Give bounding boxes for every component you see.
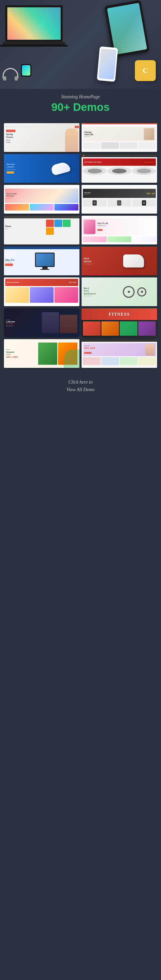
demo-16-text-block: FASHION 50% OFF BIG SALE	[84, 345, 96, 354]
demo-card-15[interactable]: Wanneer Summer SALE 30% OFF	[4, 339, 80, 368]
tablet-screen-content	[107, 3, 147, 55]
demo-2-nav	[81, 123, 157, 124]
demo-9-content: iMac Pro New arrival Shop Now	[4, 249, 80, 275]
wheel-item-3	[132, 167, 156, 175]
demo-7-nav	[4, 216, 80, 218]
demo-12-title: Buy itTry itYou'll Love it	[84, 287, 114, 295]
demo-1-title: SpringSeason	[6, 133, 43, 138]
demo-8-products	[81, 235, 157, 243]
demo-3-cta[interactable]: Shop Now	[6, 171, 14, 173]
demo-11-kids	[5, 287, 78, 303]
demo-4-banner: GET WHAT YOU NEED NEW PRODUCTS	[83, 159, 156, 166]
wheel-item-2	[107, 167, 131, 175]
demo-card-1[interactable]: Limited Offer SpringSeason End ofSeason …	[4, 123, 80, 152]
demo-3-right	[42, 154, 80, 183]
demo-mockup-9: iMac Pro New arrival Shop Now	[4, 247, 80, 275]
demo-3-left: more thana sneaker. about the product! S…	[4, 154, 42, 183]
wheel-item-1	[83, 167, 107, 175]
demo-card-6[interactable]: Watches Collection 30% off	[81, 185, 157, 214]
demo-11-title: BOGGLER KIDS	[7, 282, 19, 283]
logo-dot-4	[83, 155, 84, 156]
demo-card-9[interactable]: iMac Pro New arrival Shop Now	[4, 247, 80, 275]
demo-card-2[interactable]: #SpringFinal Sale Shop Now	[81, 123, 157, 152]
demo-8-product-image	[84, 220, 96, 234]
hero-section: Spring Season C	[0, 0, 161, 89]
man-shoe-shape	[123, 255, 144, 267]
toy-shape-3	[54, 204, 78, 210]
cosmetic-item-2	[107, 236, 131, 242]
demo-16-content: FASHION 50% OFF BIG SALE	[81, 342, 157, 366]
demo-6-watches	[83, 199, 156, 207]
demo-8-text-block: Flat 5% off You'll Love it SALE	[97, 222, 108, 231]
demo-7-left: Diamo 2017	[5, 225, 45, 229]
demo-16-products	[83, 357, 156, 365]
demo-9-subtitle: New arrival	[5, 261, 35, 262]
demo-6-title: Watches	[84, 192, 91, 194]
leaf-decoration	[64, 350, 80, 368]
fitness-item-3	[120, 321, 137, 336]
watch-item-3	[132, 199, 156, 207]
demo-5-hero: Toys for Kidsof all ages SAVE 10%	[5, 189, 78, 203]
demo-mockup-16: FASHION 50% OFF BIG SALE	[81, 339, 157, 368]
demo-mockup-14: FITNESS	[81, 308, 157, 337]
demo-6-content: Watches Collection 30% off	[81, 188, 157, 208]
demo-14-banner: FITNESS	[81, 308, 157, 320]
demo-11-discount: 30% OFF	[69, 282, 77, 283]
nav-line-2	[26, 127, 43, 127]
fitness-item-2	[101, 321, 119, 336]
demo-card-5[interactable]: Toys for Kidsof all ages SAVE 10%	[4, 185, 80, 214]
demo-card-8[interactable]: Flat 5% off You'll Love it SALE	[81, 216, 157, 245]
fashion-product-4	[138, 357, 156, 365]
demo-mockup-2: #SpringFinal Sale Shop Now	[81, 123, 157, 152]
demo-8-badge: SALE	[97, 229, 102, 231]
demo-card-16[interactable]: FASHION 50% OFF BIG SALE	[81, 339, 157, 368]
demo-4-banner-sub: NEW PRODUCTS	[144, 162, 154, 163]
gift-box-2	[54, 220, 62, 227]
hero-devices: Spring Season C	[0, 0, 161, 89]
toy-shape-1	[5, 204, 29, 210]
demo-card-11[interactable]: BOGGLER KIDS 30% OFF	[4, 277, 80, 306]
nav-line-4a	[86, 156, 108, 156]
demo-card-13[interactable]: Fashion Collection BIG SALE BRAND 2017	[4, 308, 80, 337]
nav-line-1	[8, 127, 25, 127]
demo-7-title: Diamo	[5, 225, 45, 228]
summer-item-1	[38, 342, 57, 365]
product-thumb-3	[120, 142, 137, 149]
cta-text[interactable]: Click here to View All Demo	[0, 379, 161, 393]
imac-screen-inner	[36, 253, 54, 266]
toy-shapes	[5, 204, 78, 210]
demo-card-7[interactable]: Diamo 2017	[4, 216, 80, 245]
demo-10-subtitle: New Collection	[84, 263, 112, 265]
demo-card-14[interactable]: FITNESS	[81, 308, 157, 337]
imac-base	[40, 269, 49, 270]
fashion-items	[42, 312, 78, 333]
demo-card-3[interactable]: more thana sneaker. about the product! S…	[4, 154, 80, 183]
yellow-card: C	[135, 60, 156, 81]
demo-card-12[interactable]: Buy itTry itYou'll Love it Shop bikes no…	[81, 277, 157, 306]
demo-16-person	[145, 344, 155, 356]
fashion-item-1	[42, 312, 59, 333]
demo-9-title: iMac Pro	[5, 259, 35, 261]
demo-1-header	[6, 125, 43, 128]
summer-items	[38, 342, 77, 365]
product-thumb-1	[83, 142, 100, 149]
heading-main: 90+ Demos	[0, 102, 161, 113]
gift-box-4	[46, 228, 54, 235]
demo-12-sub: Shop bikes now	[84, 295, 114, 296]
cta-section[interactable]: Click here to View All Demo	[0, 373, 161, 401]
demo-13-brand: Fashion	[6, 319, 42, 320]
laptop-foot	[0, 45, 68, 46]
product-thumb-2	[101, 142, 119, 149]
demo-9-cta[interactable]: Shop Now	[5, 264, 13, 266]
demo-4-banner-title: GET WHAT YOU NEED	[84, 161, 101, 163]
demo-3-subtitle: about the product!	[6, 169, 39, 170]
demo-2-banner: #SpringFinal Sale Shop Now	[83, 127, 156, 141]
fashion-item-2	[60, 315, 77, 333]
demo-mockup-12: Buy itTry itYou'll Love it Shop bikes no…	[81, 277, 157, 306]
demo-3-title: more thana sneaker.	[6, 163, 39, 168]
demo-15-brand: Wanneer	[6, 349, 38, 350]
demo-card-4[interactable]: GET WHAT YOU NEED NEW PRODUCTS	[81, 154, 157, 183]
demo-mockup-6: Watches Collection 30% off	[81, 185, 157, 214]
bike-wheel-front	[123, 286, 135, 298]
demo-card-10[interactable]: MANSHOES New Collection	[81, 247, 157, 275]
